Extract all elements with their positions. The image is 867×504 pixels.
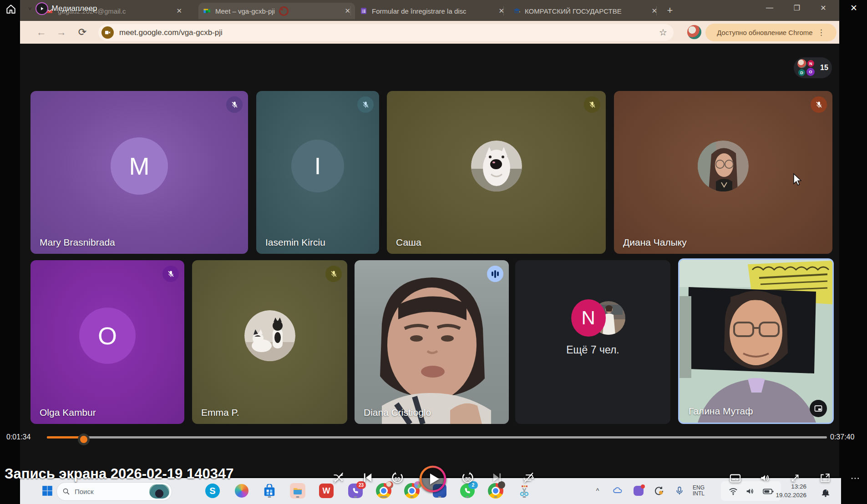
tile-iasemin[interactable]: I Iasemin Kirciu [256, 91, 379, 254]
participant-name: Iasemin Kirciu [265, 237, 325, 248]
teams-app-icon[interactable] [432, 483, 447, 499]
snipping-tool-icon[interactable] [517, 483, 532, 499]
avatar: N [807, 60, 814, 67]
mic-off-icon [162, 266, 179, 282]
wifi-icon [728, 486, 738, 496]
media-player-window: gagauz.2024@gmail.c ✕ Meet – vga-gcxb-pj… [0, 0, 867, 504]
more-participants-label: Ещё 7 чел. [515, 344, 670, 356]
taskbar-search[interactable]: Поиск [56, 482, 172, 501]
tab-meet[interactable]: Meet – vga-gcxb-pji ✕ [198, 3, 355, 19]
seek-thumb[interactable] [78, 433, 90, 445]
tab-close-icon[interactable]: ✕ [345, 7, 350, 15]
fullscreen-button[interactable] [787, 472, 803, 484]
participant-name: Olga Kambur [40, 407, 96, 418]
address-bar[interactable]: meet.google.com/vga-gcxb-pji [98, 24, 674, 41]
university-favicon [512, 7, 521, 15]
search-highlight-image[interactable] [149, 484, 169, 499]
bookmark-star-icon[interactable]: ☆ [656, 25, 670, 39]
avatar-dog-photo [471, 141, 522, 192]
reload-icon[interactable]: ⟳ [76, 25, 89, 39]
mini-player-button[interactable] [817, 472, 833, 484]
chrome-update-label: Доступно обновление Chrome [717, 29, 812, 36]
participant-name: Diana Cristioglo [364, 407, 431, 418]
chrome-icon[interactable] [488, 483, 503, 499]
close-button[interactable]: ✕ [816, 2, 831, 14]
tab-bar: gagauz.2024@gmail.c ✕ Meet – vga-gcxb-pj… [20, 0, 839, 21]
tile-galina-pinned[interactable]: Галина Мутаф [678, 258, 834, 424]
mic-off-icon [325, 266, 342, 282]
wps-office-icon[interactable]: W [319, 483, 334, 499]
chrome-icon[interactable] [404, 483, 420, 499]
browser-menu-kebab-icon[interactable]: ⋮ [817, 28, 825, 37]
tile-diana-chalyku[interactable]: Диана Чалыку [614, 91, 832, 254]
tab-university[interactable]: КОМРАТСКИЙ ГОСУДАРСТВЕ ✕ [508, 3, 662, 19]
restore-button[interactable]: ❐ [789, 2, 805, 14]
viber-icon[interactable]: 23 [348, 483, 363, 499]
player-close-button[interactable]: ✕ [845, 1, 863, 15]
tray-clock[interactable]: 13:26 19.02.2026 [761, 482, 806, 499]
player-titlebar: ˅ Медиаплеер [28, 2, 97, 15]
mouse-cursor [792, 173, 803, 188]
meet-call-area: N D O 15 M Mary Brasnibrada I Iasemi [20, 44, 839, 477]
tile-emma[interactable]: Emma P. [192, 260, 347, 424]
forms-favicon [360, 7, 368, 15]
tray-chevron-icon[interactable]: ^ [590, 483, 605, 499]
new-tab-button[interactable]: + [663, 4, 677, 17]
sync-tray-icon[interactable] [651, 483, 667, 499]
whatsapp-icon[interactable]: 2 [460, 483, 475, 499]
player-app-icon [35, 2, 48, 15]
start-button[interactable] [40, 483, 55, 499]
avatar: O [806, 68, 815, 76]
skype-icon[interactable]: S [205, 483, 220, 499]
mic-off-icon [357, 96, 374, 113]
svg-text:z: z [826, 489, 828, 492]
camera-in-use-icon[interactable] [101, 26, 114, 39]
avatar [797, 59, 806, 68]
tile-sasha[interactable]: Саша [387, 91, 606, 254]
participant-name: Саша [396, 237, 421, 248]
notifications-bell-icon[interactable]: z [818, 485, 833, 500]
seek-track[interactable] [47, 436, 827, 438]
tile-more-participants[interactable]: N Ещё 7 чел. [515, 260, 670, 424]
chrome-icon[interactable] [376, 483, 391, 499]
minimize-button[interactable]: — [762, 2, 777, 14]
copilot-icon[interactable] [234, 483, 249, 499]
player-home-button[interactable] [3, 2, 19, 16]
participants-badge[interactable]: N D O 15 [794, 57, 832, 78]
whatsapp-badge: 2 [468, 481, 478, 489]
subtitles-button[interactable] [727, 472, 743, 484]
tab-title: Meet – vga-gcxb-pji [215, 7, 275, 15]
forward-icon[interactable]: → [55, 25, 68, 39]
player-chevron-icon[interactable]: ˅ [28, 5, 32, 12]
back-icon[interactable]: ← [35, 25, 48, 39]
tab-separator [350, 6, 351, 15]
participant-cluster: N D O [797, 59, 816, 76]
onedrive-icon[interactable] [610, 483, 625, 499]
chrome-update-button[interactable]: Доступно обновление Chrome ⋮ [705, 24, 837, 41]
profile-avatar[interactable] [687, 25, 701, 39]
tab-separator [503, 6, 504, 15]
elapsed-time: 0:01:34 [6, 433, 30, 441]
search-icon [62, 488, 70, 495]
picture-in-picture-icon[interactable] [810, 400, 827, 417]
player-volume-button[interactable] [757, 472, 773, 484]
avatar: N [571, 299, 606, 337]
language-indicator[interactable]: ENGINTL [693, 485, 705, 497]
avatar: O [79, 307, 136, 364]
tab-forms[interactable]: Formular de înregistrare la disc ✕ [355, 3, 509, 19]
video-frame-person [355, 260, 509, 424]
tile-mary[interactable]: M Mary Brasnibrada [30, 91, 248, 254]
viber-tray-icon[interactable] [631, 483, 646, 499]
player-more-button[interactable]: ⋯ [847, 472, 863, 484]
file-explorer-icon[interactable] [290, 483, 305, 499]
tile-olga[interactable]: O Olga Kambur [30, 260, 184, 424]
profile-badge [414, 481, 421, 489]
tab-title: КОМРАТСКИЙ ГОСУДАРСТВЕ [525, 7, 622, 15]
tile-diana-cristioglo[interactable]: Diana Cristioglo [355, 260, 509, 424]
participant-name: Галина Мутаф [689, 406, 753, 417]
microsoft-store-icon[interactable] [262, 483, 277, 499]
meet-favicon [203, 7, 211, 15]
tab-close-icon[interactable]: ✕ [176, 7, 182, 15]
mic-tray-icon[interactable] [672, 483, 687, 499]
player-title: Медиаплеер [52, 4, 97, 13]
